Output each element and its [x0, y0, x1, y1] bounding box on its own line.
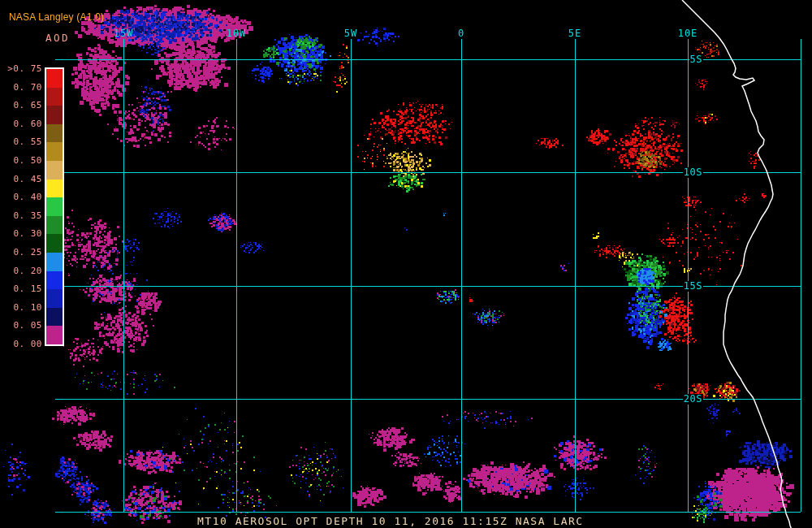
- lat-label-5S: 5S: [679, 54, 703, 65]
- legend-color-segment: [46, 106, 63, 124]
- footer-caption: MT10 AEROSOL OPT DEPTH 10 11, 2016 11:15…: [197, 515, 584, 527]
- legend-tick-label: 0. 70: [0, 83, 42, 93]
- legend-title: AOD: [45, 32, 70, 44]
- lon-label-10W: 10W: [227, 28, 247, 39]
- legend-tick-label: 0. 25: [0, 248, 42, 258]
- legend-tick-label: 0. 45: [0, 175, 42, 184]
- legend-tick-label: 0. 35: [0, 211, 42, 221]
- lon-label-0: 0: [458, 28, 464, 39]
- legend-color-segment: [46, 88, 63, 106]
- legend-tick-label: 0. 05: [0, 321, 42, 331]
- legend-tick-label: 0. 50: [0, 156, 42, 166]
- lon-label-5W: 5W: [344, 28, 357, 39]
- legend-color-segment: [46, 326, 63, 344]
- legend-tick-label: 0. 60: [0, 119, 42, 129]
- legend-colorbar: [45, 67, 64, 346]
- legend-tick-label: 0. 55: [0, 137, 42, 147]
- legend-color-segment: [46, 142, 63, 161]
- aod-map-viewport: NASA Langley (A1.0) AOD >0. 750. 700. 65…: [0, 0, 812, 528]
- legend-tick-label: >0. 75: [0, 64, 42, 74]
- lon-label-15W: 15W: [114, 28, 134, 39]
- legend-tick-label: 0. 10: [0, 303, 42, 313]
- legend-tick-label: 0. 15: [0, 284, 42, 294]
- map-canvas: [0, 0, 812, 528]
- legend-color-segment: [46, 308, 63, 327]
- legend-tick-label: 0. 65: [0, 101, 42, 110]
- lon-label-5E: 5E: [568, 28, 581, 39]
- lat-label-10S: 10S: [679, 167, 703, 178]
- legend-color-segment: [46, 289, 63, 308]
- legend-color-segment: [46, 124, 63, 143]
- legend-color-segment: [46, 180, 63, 198]
- legend-color-segment: [46, 161, 63, 180]
- lat-label-15S: 15S: [679, 281, 703, 292]
- lon-label-10E: 10E: [678, 28, 698, 39]
- legend-color-segment: [46, 197, 63, 216]
- legend-color-segment: [46, 271, 63, 290]
- legend-color-segment: [46, 234, 63, 253]
- legend-color-segment: [46, 216, 63, 235]
- legend-color-segment: [46, 253, 63, 271]
- lat-label-20S: 20S: [679, 394, 703, 405]
- legend-tick-label: 0. 30: [0, 229, 42, 239]
- legend-tick-label: 0. 40: [0, 193, 42, 202]
- page-title: NASA Langley (A1.0): [9, 11, 104, 23]
- legend-tick-label: 0. 00: [0, 340, 42, 349]
- legend-color-segment: [46, 69, 63, 88]
- legend-tick-label: 0. 20: [0, 266, 42, 276]
